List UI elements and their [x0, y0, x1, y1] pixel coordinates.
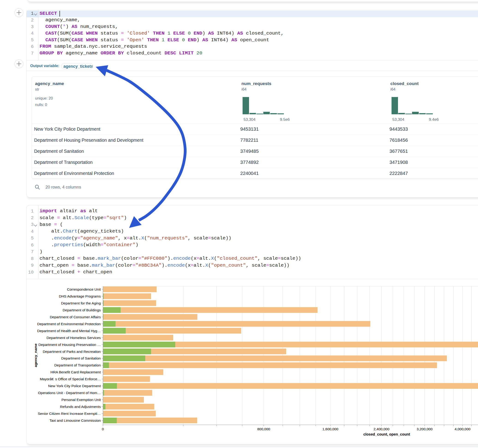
- svg-text:HRA Benefit Card Replacement: HRA Benefit Card Replacement: [50, 370, 101, 374]
- svg-text:Department for the Aging: Department for the Aging: [61, 301, 101, 305]
- svg-text:Mayorâ€ s Office of Special E: Mayorâ€ s Office of Special Enforce…: [40, 377, 101, 381]
- svg-text:agency_name: agency_name: [34, 343, 38, 367]
- svg-text:2,400,000: 2,400,000: [374, 427, 390, 431]
- svg-text:Department of Homeless Service: Department of Homeless Services: [47, 336, 101, 340]
- svg-text:Department of Sanitation: Department of Sanitation: [61, 356, 101, 360]
- svg-text:Taxi and Limousine Commission: Taxi and Limousine Commission: [50, 418, 101, 423]
- svg-text:Department of Parks and Recrea: Department of Parks and Recreation: [43, 350, 101, 354]
- svg-text:Department of Buildings: Department of Buildings: [63, 308, 101, 312]
- svg-text:Department of Environmental Pr: Department of Environmental Protection: [37, 322, 101, 326]
- svg-text:Department of Consumer Affairs: Department of Consumer Affairs: [50, 315, 101, 319]
- svg-text:Senior Citizen Rent Increase E: Senior Citizen Rent Increase Exempti…: [38, 412, 101, 416]
- svg-text:1,600,000: 1,600,000: [322, 427, 338, 431]
- svg-text:3,200,000: 3,200,000: [417, 427, 433, 431]
- svg-text:Operations Unit - Department o: Operations Unit - Department of Hom…: [38, 391, 101, 395]
- svg-text:Department of Health and Menta: Department of Health and Mental Hyg…: [37, 329, 101, 333]
- svg-text:Department of Transportation: Department of Transportation: [54, 363, 101, 367]
- svg-text:Department of Housing Preserva: Department of Housing Preservation …: [38, 343, 101, 347]
- svg-text:DHS Advantage Programs: DHS Advantage Programs: [59, 294, 101, 298]
- svg-text:800,000: 800,000: [257, 427, 270, 431]
- svg-text:closed_count, open_count: closed_count, open_count: [363, 432, 410, 436]
- svg-text:Correspondence Unit: Correspondence Unit: [67, 287, 101, 291]
- svg-text:0: 0: [102, 427, 104, 431]
- svg-text:Refunds and Adjustments: Refunds and Adjustments: [60, 405, 101, 409]
- svg-text:Personal Exemption Unit: Personal Exemption Unit: [61, 398, 101, 402]
- svg-text:New York City Police Departmen: New York City Police Department: [48, 384, 101, 388]
- svg-text:4,000,000: 4,000,000: [455, 427, 471, 431]
